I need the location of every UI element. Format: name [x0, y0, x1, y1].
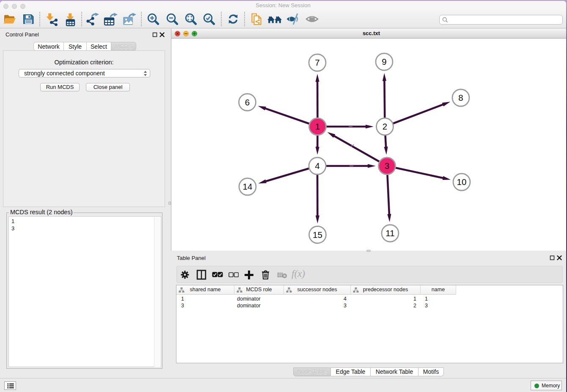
- svg-text:4: 4: [315, 161, 319, 171]
- svg-text:6: 6: [245, 97, 250, 107]
- svg-text:1: 1: [315, 121, 320, 131]
- svg-text:10: 10: [457, 177, 467, 187]
- svg-text:9: 9: [382, 57, 386, 66]
- svg-text:11: 11: [385, 228, 394, 238]
- svg-text:2: 2: [383, 121, 387, 131]
- svg-text:15: 15: [313, 230, 322, 240]
- svg-text:8: 8: [458, 93, 463, 102]
- svg-text:3: 3: [385, 161, 389, 171]
- svg-text:14: 14: [243, 182, 253, 191]
- svg-text:7: 7: [315, 58, 319, 67]
